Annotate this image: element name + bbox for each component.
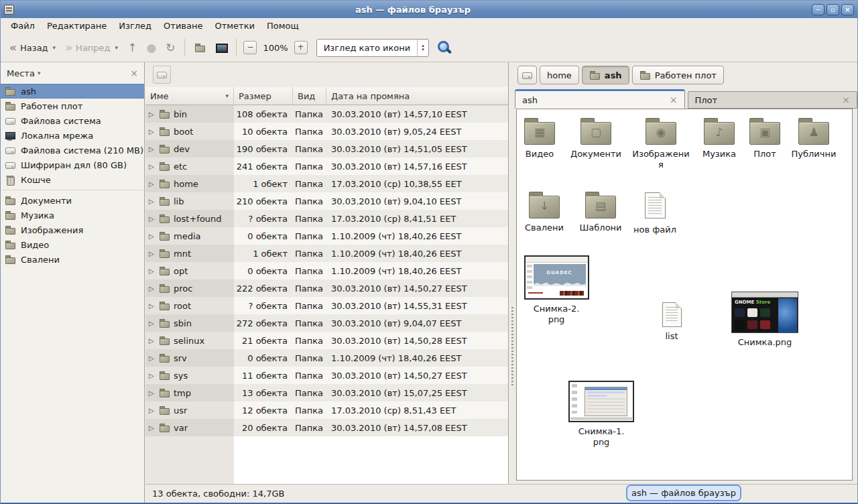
stop-button[interactable]: ●	[141, 38, 161, 57]
path-home-button[interactable]: home	[540, 66, 579, 84]
column-header-name[interactable]: Име ▾	[145, 87, 234, 105]
maximize-button[interactable]: ▫	[826, 4, 839, 15]
expander-icon[interactable]: ▷	[149, 267, 156, 275]
column-header-size[interactable]: Размер	[234, 87, 293, 105]
menu-item[interactable]: Файл	[5, 19, 41, 33]
icon-view[interactable]: ▦ Видео ▢ Документи ◉ Изображения ♪ Музи…	[516, 109, 853, 481]
sidebar-place-item[interactable]: Видео	[1, 237, 144, 252]
back-button[interactable]: « Назад ▾	[5, 40, 60, 56]
minimize-button[interactable]: ─	[812, 4, 824, 15]
expander-icon[interactable]: ▷	[149, 320, 156, 327]
taskbar-window-button[interactable]: ash — файлов браузър	[626, 485, 741, 501]
tree-row[interactable]: ▷ root ? обекта Папка 30.03.2010 (вт) 14…	[145, 297, 508, 314]
icon-view-item[interactable]: ♪ Музика	[697, 117, 741, 160]
column-header-type[interactable]: Вид	[293, 87, 326, 105]
tree-row[interactable]: ▷ etc 241 обекта Папка 30.03.2010 (вт) 1…	[145, 158, 508, 175]
forward-button[interactable]: » Напред ▾	[60, 40, 123, 56]
expander-icon[interactable]: ▷	[149, 111, 156, 118]
forward-dropdown-icon[interactable]: ▾	[115, 44, 119, 51]
expander-icon[interactable]: ▷	[149, 163, 156, 170]
sidebar-place-item[interactable]: ash	[1, 84, 144, 99]
tree-row[interactable]: ▷ sys 11 обекта Папка 30.03.2010 (вт) 14…	[145, 367, 508, 384]
expander-icon[interactable]: ▷	[149, 250, 156, 257]
tree-row[interactable]: ▷ proc 222 обекта Папка 30.03.2010 (вт) …	[145, 279, 508, 297]
sidebar-place-item[interactable]: Музика	[1, 208, 144, 223]
expander-icon[interactable]: ▷	[149, 407, 156, 414]
icon-view-item[interactable]: Снимка-1.png	[566, 381, 636, 448]
menu-item[interactable]: Отметки	[208, 19, 260, 33]
expander-icon[interactable]: ▷	[149, 233, 156, 240]
menu-item[interactable]: Отиване	[158, 19, 208, 33]
sidebar-place-item[interactable]: Файлова система	[1, 113, 144, 128]
icon-view-item[interactable]: list	[655, 302, 688, 342]
tree-panel-button[interactable]	[153, 66, 171, 84]
tree-row[interactable]: ▷ opt 0 обекта Папка 1.10.2009 (чт) 18,4…	[145, 262, 508, 279]
icon-view-item[interactable]: ▦ Видео	[519, 117, 560, 160]
path-current-button[interactable]: ash	[582, 66, 629, 84]
view-mode-combobox[interactable]: Изглед като икони ▴▾	[316, 39, 429, 57]
expander-icon[interactable]: ▷	[149, 215, 156, 223]
sidebar-place-item[interactable]: Свалени	[1, 252, 144, 267]
expander-icon[interactable]: ▷	[149, 302, 156, 310]
column-header-date[interactable]: Дата на промяна	[326, 87, 508, 105]
back-dropdown-icon[interactable]: ▾	[53, 44, 56, 51]
tree-row[interactable]: ▷ boot 10 обекта Папка 30.03.2010 (вт) 9…	[145, 123, 508, 140]
expander-icon[interactable]: ▷	[149, 285, 156, 292]
tree-row[interactable]: ▷ selinux 21 обекта Папка 30.03.2010 (вт…	[145, 332, 508, 349]
places-close-icon[interactable]: ×	[130, 68, 138, 78]
home-button[interactable]	[190, 40, 210, 56]
tree-row[interactable]: ▷ usr 12 обекта Папка 17.03.2010 (ср) 8,…	[145, 401, 508, 419]
tab-close-icon[interactable]: ×	[842, 95, 850, 105]
tree-row[interactable]: ▷ var 20 обекта Папка 30.03.2010 (вт) 14…	[145, 419, 508, 436]
tree-row[interactable]: ▷ lib 210 обекта Папка 30.03.2010 (вт) 9…	[145, 192, 508, 210]
expander-icon[interactable]: ▷	[149, 337, 156, 344]
sidebar-place-item[interactable]: Работен плот	[1, 99, 144, 113]
icon-view-item[interactable]: GNOME Store Снимка.png	[730, 292, 800, 348]
expander-icon[interactable]: ▷	[149, 128, 156, 135]
sidebar-place-item[interactable]: Кошче	[1, 172, 144, 187]
titlebar[interactable]: ash — файлов браузър ─ ▫ ×	[1, 1, 857, 18]
pane-splitter[interactable]	[509, 62, 515, 484]
sidebar-place-item[interactable]: Шифриран дял (80 GB)	[1, 158, 144, 172]
reload-button[interactable]: ↻	[161, 38, 180, 57]
sidebar-place-item[interactable]: Файлова система (210 MB)	[1, 143, 144, 158]
expander-icon[interactable]: ▷	[149, 145, 156, 153]
computer-button[interactable]	[210, 40, 231, 56]
tree-row[interactable]: ▷ lost+found ? обекта Папка 17.03.2010 (…	[145, 210, 508, 227]
zoom-in-button[interactable]: +	[294, 41, 308, 54]
tree-row[interactable]: ▷ mnt 1 обект Папка 1.10.2009 (чт) 18,40…	[145, 245, 508, 262]
path-desktop-button[interactable]: Работен плот	[632, 66, 724, 84]
expander-icon[interactable]: ▷	[149, 372, 156, 379]
places-dropdown-icon[interactable]: ▾	[38, 70, 41, 76]
tree-row[interactable]: ▷ bin 108 обекта Папка 30.03.2010 (вт) 1…	[145, 105, 508, 123]
search-icon[interactable]	[437, 40, 452, 55]
sidebar-place-item[interactable]: Документи	[1, 193, 144, 208]
icon-view-item[interactable]: нов файл	[631, 192, 678, 235]
tree-row[interactable]: ▷ home 1 обект Папка 17.03.2010 (ср) 10,…	[145, 175, 508, 192]
places-title[interactable]: Места	[7, 68, 35, 78]
icon-view-item[interactable]: GUADEC Снимка-2.png	[523, 255, 590, 325]
tree-row[interactable]: ▷ srv 0 обекта Папка 1.10.2009 (чт) 18,4…	[145, 349, 508, 367]
path-root-button[interactable]	[517, 66, 537, 84]
expander-icon[interactable]: ▷	[149, 424, 156, 432]
up-button[interactable]: ↑	[123, 38, 141, 57]
icon-view-item[interactable]: ◉ Изображения	[630, 117, 692, 170]
tree-row[interactable]: ▷ sbin 272 обекта Папка 30.03.2010 (вт) …	[145, 314, 508, 332]
tab[interactable]: ash ×	[515, 89, 685, 109]
icon-view-item[interactable]: ▣ Плот	[748, 117, 782, 160]
menu-item[interactable]: Редактиране	[41, 19, 113, 33]
icon-view-item[interactable]: ▤ Шаблони	[576, 191, 625, 233]
expander-icon[interactable]: ▷	[149, 198, 156, 205]
sidebar-place-item[interactable]: Локална мрежа	[1, 128, 144, 143]
expander-icon[interactable]: ▷	[149, 180, 156, 188]
tab[interactable]: Плот ×	[688, 91, 858, 109]
menu-item[interactable]: Изглед	[113, 19, 158, 33]
expander-icon[interactable]: ▷	[149, 355, 156, 362]
tree-row[interactable]: ▷ media 0 обекта Папка 1.10.2009 (чт) 18…	[145, 227, 508, 245]
icon-view-item[interactable]: ↓ Свалени	[522, 191, 567, 233]
icon-view-item[interactable]: ▢ Документи	[567, 117, 625, 160]
tree-row[interactable]: ▷ tmp 13 обекта Папка 30.03.2010 (вт) 15…	[145, 384, 508, 401]
tree-row[interactable]: ▷ dev 190 обекта Папка 30.03.2010 (вт) 1…	[145, 140, 508, 158]
close-button[interactable]: ×	[841, 4, 854, 15]
expander-icon[interactable]: ▷	[149, 389, 156, 397]
